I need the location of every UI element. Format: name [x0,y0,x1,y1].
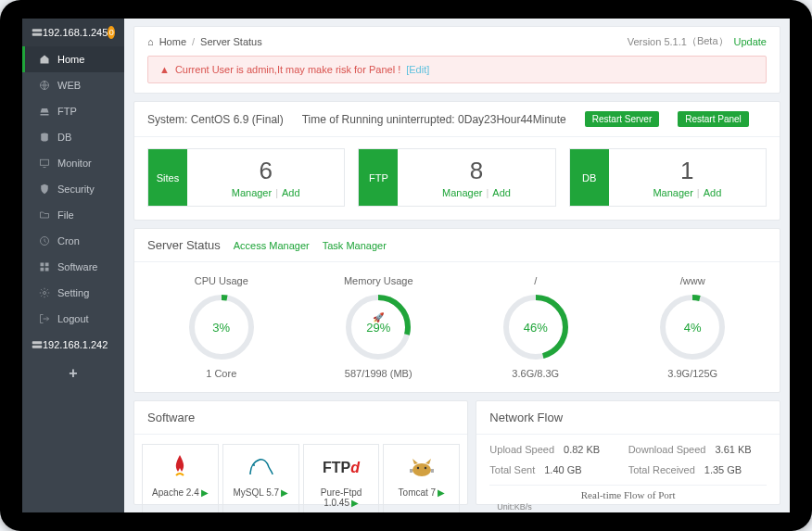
svg-rect-7 [45,263,49,267]
stat-card-ftp: FTP 8 Manager|Add [358,148,555,207]
manager-link[interactable]: Manager [232,187,272,198]
gauge: /www4%3.9G/125G [619,275,768,379]
software-item[interactable]: FTPdPure-Ftpd 1.0.45▶ [303,444,380,512]
system-panel: System: CentOS 6.9 (Final) Time of Runni… [133,101,780,221]
breadcrumb-panel: ⌂ Home / Server Status Version 5.1.1 （Be… [133,26,780,94]
task-manager-link[interactable]: Task Manager [323,240,387,251]
restart-server-button[interactable]: Restart Server [585,111,659,127]
sidebar-item-label: DB [57,132,71,143]
home-icon: ⌂ [147,36,154,47]
svg-rect-1 [32,33,43,36]
software-item[interactable]: Tomcat 7▶ [383,444,460,512]
alert-edit-link[interactable]: [Edit] [406,64,429,75]
svg-rect-0 [32,29,43,32]
download-speed-value: 3.61 KB [715,444,751,455]
host-ip: 192.168.1.245 [43,27,108,38]
software-item[interactable]: MySQL 5.7▶ [222,444,299,512]
gauge-label: Memory Usage [305,275,453,286]
sidebar-item-monitor[interactable]: Monitor [22,150,124,176]
sidebar-host-primary[interactable]: 192.168.1.245 0 [22,19,124,46]
sidebar-item-label: WEB [57,80,81,91]
update-button[interactable]: Update [734,36,767,47]
stat-count: 1 [616,157,758,185]
total-sent-value: 1.40 GB [544,464,581,475]
clock-icon [39,235,50,247]
sidebar-item-security[interactable]: Security [22,176,124,202]
manager-link[interactable]: Manager [653,187,692,198]
sidebar-item-file[interactable]: File [22,202,124,228]
section-title: Network Flow [489,411,563,424]
server-icon [32,339,43,350]
sidebar-item-label: Security [57,183,95,195]
sidebar-item-label: Logout [57,313,89,324]
sidebar-host-secondary[interactable]: 192.168.1.242 [22,332,124,358]
gauge-sub: 587/1998 (MB) [305,368,453,379]
section-title: Software [147,411,195,424]
sidebar-item-web[interactable]: WEB [22,72,124,98]
sidebar-item-ftp[interactable]: FTP [22,98,124,124]
sidebar-item-label: FTP [57,106,77,117]
play-icon: ▶ [201,487,209,498]
sidebar-item-logout[interactable]: Logout [22,306,124,332]
network-panel: Network Flow Upload Speed0.82 KB Downloa… [476,400,780,505]
add-link[interactable]: Add [704,187,722,198]
version-beta: （Beta） [687,34,729,48]
software-item[interactable]: Apache 2.4▶ [142,444,219,512]
server-icon [32,27,43,38]
breadcrumb-home[interactable]: Home [159,36,186,47]
stat-card-sites: Sites 6 Manager|Add [147,148,345,207]
mysql-icon [227,454,295,482]
chart-title: Real-time Flow of Port [489,489,767,500]
stat-count: 8 [405,157,547,185]
sidebar-item-db[interactable]: DB [22,124,124,150]
manager-link[interactable]: Manager [442,187,482,198]
gauge: CPU Usage3%1 Core [147,275,296,379]
sidebar-item-label: Home [57,54,84,65]
software-panel: Software Apache 2.4▶MySQL 5.7▶FTPdPure-F… [133,400,468,505]
stat-count: 6 [195,157,336,185]
gear-icon [39,287,50,298]
access-manager-link[interactable]: Access Manager [234,240,310,251]
svg-rect-11 [32,341,43,344]
system-uptime: Time of Running uninterrupted: 0Day23Hou… [302,113,566,126]
gauge-label: CPU Usage [147,275,296,286]
sidebar-item-cron[interactable]: Cron [22,228,124,254]
grid-icon [39,261,50,272]
apache-icon [146,454,214,482]
sidebar-item-setting[interactable]: Setting [22,280,124,306]
software-name: Apache 2.4▶ [146,487,214,498]
breadcrumb-sep: / [192,36,195,47]
svg-rect-4 [41,159,49,165]
sidebar-item-label: Cron [57,235,80,247]
add-link[interactable]: Add [282,187,300,198]
svg-point-10 [44,292,46,295]
gauge-percent: 46% [524,321,548,335]
ftpd-icon: FTPd [308,454,375,482]
svg-rect-9 [45,268,49,272]
sidebar-item-label: File [57,209,74,221]
breadcrumb-current: Server Status [200,36,262,47]
play-icon: ▶ [438,487,445,498]
system-os: System: CentOS 6.9 (Final) [147,113,284,126]
add-link[interactable]: Add [492,187,511,198]
software-name: MySQL 5.7▶ [227,487,295,498]
gauge: /46%3.6G/8.3G [462,275,610,379]
sidebar-item-software[interactable]: Software [22,254,124,280]
svg-point-24 [425,467,426,469]
home-icon [39,54,50,65]
svg-rect-12 [32,346,43,348]
total-received-label: Total Received [628,464,695,475]
total-received-value: 1.35 GB [704,464,742,475]
gauge-percent: 4% [684,321,702,335]
network-chart: Real-time Flow of Port Unit:KB/s 15 [489,485,767,512]
gauge-percent: 29% [366,321,390,335]
software-name: Pure-Ftpd 1.0.45▶ [308,487,375,508]
add-host-button[interactable]: + [22,358,124,389]
database-icon [39,132,50,143]
section-title: Server Status [147,238,221,252]
sidebar-item-label: Monitor [57,158,92,169]
sidebar-item-home[interactable]: Home [22,46,124,72]
restart-panel-button[interactable]: Restart Panel [678,111,749,127]
download-speed-label: Download Speed [628,444,706,455]
globe-icon [39,80,50,91]
